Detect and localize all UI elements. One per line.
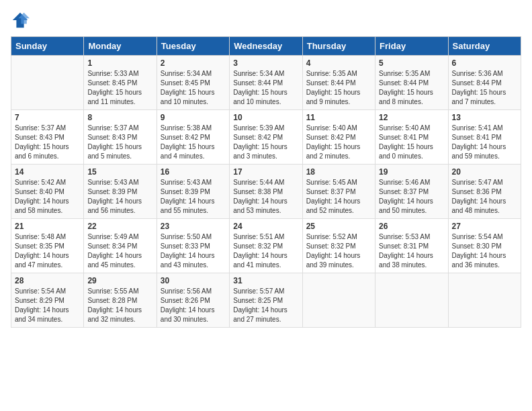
day-info: Sunrise: 5:41 AMSunset: 8:41 PMDaylight:… <box>452 124 517 161</box>
day-number: 30 <box>161 276 226 285</box>
calendar-cell: 31Sunrise: 5:57 AMSunset: 8:25 PMDayligh… <box>230 273 302 328</box>
calendar-cell: 2Sunrise: 5:34 AMSunset: 8:45 PMDaylight… <box>157 56 229 110</box>
calendar-week-row: 1Sunrise: 5:33 AMSunset: 8:45 PMDaylight… <box>11 56 521 110</box>
logo-icon <box>11 11 30 30</box>
day-number: 22 <box>87 222 152 231</box>
calendar-cell: 10Sunrise: 5:39 AMSunset: 8:42 PMDayligh… <box>230 110 302 165</box>
day-number: 5 <box>379 58 444 68</box>
calendar-cell: 18Sunrise: 5:45 AMSunset: 8:37 PMDayligh… <box>302 165 375 219</box>
calendar-cell: 21Sunrise: 5:48 AMSunset: 8:35 PMDayligh… <box>11 219 84 273</box>
weekday-header-row: SundayMondayTuesdayWednesdayThursdayFrid… <box>11 37 521 56</box>
calendar-cell: 15Sunrise: 5:43 AMSunset: 8:39 PMDayligh… <box>84 165 157 219</box>
day-info: Sunrise: 5:43 AMSunset: 8:39 PMDaylight:… <box>87 178 152 216</box>
day-number: 16 <box>161 167 226 177</box>
calendar-week-row: 14Sunrise: 5:42 AMSunset: 8:40 PMDayligh… <box>11 165 521 219</box>
calendar-cell: 9Sunrise: 5:38 AMSunset: 8:42 PMDaylight… <box>157 110 229 165</box>
day-number: 14 <box>15 167 80 177</box>
day-number: 27 <box>452 222 517 231</box>
calendar-cell: 11Sunrise: 5:40 AMSunset: 8:42 PMDayligh… <box>302 110 375 165</box>
calendar-week-row: 21Sunrise: 5:48 AMSunset: 8:35 PMDayligh… <box>11 219 521 273</box>
day-info: Sunrise: 5:39 AMSunset: 8:42 PMDaylight:… <box>233 124 298 161</box>
calendar-cell: 24Sunrise: 5:51 AMSunset: 8:32 PMDayligh… <box>230 219 302 273</box>
day-info: Sunrise: 5:40 AMSunset: 8:42 PMDaylight:… <box>306 124 371 161</box>
day-number: 7 <box>15 113 80 122</box>
day-info: Sunrise: 5:48 AMSunset: 8:35 PMDaylight:… <box>15 232 80 270</box>
calendar-cell: 1Sunrise: 5:33 AMSunset: 8:45 PMDaylight… <box>84 56 157 110</box>
day-info: Sunrise: 5:50 AMSunset: 8:33 PMDaylight:… <box>161 232 226 270</box>
day-number: 20 <box>452 167 517 177</box>
calendar-cell: 7Sunrise: 5:37 AMSunset: 8:43 PMDaylight… <box>11 110 84 165</box>
day-number: 31 <box>233 276 298 285</box>
calendar-cell: 29Sunrise: 5:55 AMSunset: 8:28 PMDayligh… <box>84 273 157 328</box>
weekday-header: Sunday <box>11 37 84 56</box>
day-number: 13 <box>452 113 517 122</box>
day-number: 10 <box>233 113 298 122</box>
calendar-cell: 16Sunrise: 5:43 AMSunset: 8:39 PMDayligh… <box>157 165 229 219</box>
calendar-week-row: 7Sunrise: 5:37 AMSunset: 8:43 PMDaylight… <box>11 110 521 165</box>
day-number: 2 <box>161 58 226 68</box>
day-info: Sunrise: 5:45 AMSunset: 8:37 PMDaylight:… <box>306 178 371 216</box>
day-info: Sunrise: 5:46 AMSunset: 8:37 PMDaylight:… <box>379 178 444 216</box>
calendar-cell: 8Sunrise: 5:37 AMSunset: 8:43 PMDaylight… <box>84 110 157 165</box>
day-number: 25 <box>306 222 371 231</box>
day-number: 8 <box>87 113 152 122</box>
calendar-cell: 3Sunrise: 5:34 AMSunset: 8:44 PMDaylight… <box>230 56 302 110</box>
calendar-cell <box>11 56 84 110</box>
day-info: Sunrise: 5:44 AMSunset: 8:38 PMDaylight:… <box>233 178 298 216</box>
page-header <box>11 11 521 30</box>
calendar-cell: 30Sunrise: 5:56 AMSunset: 8:26 PMDayligh… <box>157 273 229 328</box>
day-number: 26 <box>379 222 444 231</box>
day-info: Sunrise: 5:34 AMSunset: 8:45 PMDaylight:… <box>161 69 226 107</box>
weekday-header: Monday <box>84 37 157 56</box>
day-info: Sunrise: 5:35 AMSunset: 8:44 PMDaylight:… <box>306 69 371 107</box>
calendar-cell: 20Sunrise: 5:47 AMSunset: 8:36 PMDayligh… <box>448 165 521 219</box>
calendar-cell: 12Sunrise: 5:40 AMSunset: 8:41 PMDayligh… <box>375 110 448 165</box>
calendar-cell: 22Sunrise: 5:49 AMSunset: 8:34 PMDayligh… <box>84 219 157 273</box>
day-info: Sunrise: 5:52 AMSunset: 8:32 PMDaylight:… <box>306 232 371 270</box>
day-info: Sunrise: 5:54 AMSunset: 8:30 PMDaylight:… <box>452 232 517 270</box>
day-info: Sunrise: 5:54 AMSunset: 8:29 PMDaylight:… <box>15 287 80 324</box>
calendar-cell <box>302 273 375 328</box>
day-number: 24 <box>233 222 298 231</box>
day-info: Sunrise: 5:47 AMSunset: 8:36 PMDaylight:… <box>452 178 517 216</box>
calendar-cell: 23Sunrise: 5:50 AMSunset: 8:33 PMDayligh… <box>157 219 229 273</box>
day-number: 18 <box>306 167 371 177</box>
calendar-table: SundayMondayTuesdayWednesdayThursdayFrid… <box>11 36 521 328</box>
day-number: 9 <box>161 113 226 122</box>
day-number: 21 <box>15 222 80 231</box>
day-number: 4 <box>306 58 371 68</box>
weekday-header: Tuesday <box>157 37 229 56</box>
day-number: 17 <box>233 167 298 177</box>
day-number: 23 <box>161 222 226 231</box>
day-info: Sunrise: 5:57 AMSunset: 8:25 PMDaylight:… <box>233 287 298 324</box>
day-number: 11 <box>306 113 371 122</box>
day-info: Sunrise: 5:56 AMSunset: 8:26 PMDaylight:… <box>161 287 226 324</box>
logo <box>11 11 32 30</box>
day-info: Sunrise: 5:42 AMSunset: 8:40 PMDaylight:… <box>15 178 80 216</box>
calendar-cell: 5Sunrise: 5:35 AMSunset: 8:44 PMDaylight… <box>375 56 448 110</box>
day-number: 29 <box>87 276 152 285</box>
calendar-cell: 6Sunrise: 5:36 AMSunset: 8:44 PMDaylight… <box>448 56 521 110</box>
calendar-week-row: 28Sunrise: 5:54 AMSunset: 8:29 PMDayligh… <box>11 273 521 328</box>
calendar-cell: 14Sunrise: 5:42 AMSunset: 8:40 PMDayligh… <box>11 165 84 219</box>
day-info: Sunrise: 5:33 AMSunset: 8:45 PMDaylight:… <box>87 69 152 107</box>
weekday-header: Thursday <box>302 37 375 56</box>
day-info: Sunrise: 5:55 AMSunset: 8:28 PMDaylight:… <box>87 287 152 324</box>
calendar-cell: 25Sunrise: 5:52 AMSunset: 8:32 PMDayligh… <box>302 219 375 273</box>
day-info: Sunrise: 5:34 AMSunset: 8:44 PMDaylight:… <box>233 69 298 107</box>
day-number: 3 <box>233 58 298 68</box>
day-info: Sunrise: 5:37 AMSunset: 8:43 PMDaylight:… <box>87 124 152 161</box>
weekday-header: Saturday <box>448 37 521 56</box>
day-number: 19 <box>379 167 444 177</box>
day-number: 12 <box>379 113 444 122</box>
day-number: 28 <box>15 276 80 285</box>
weekday-header: Friday <box>375 37 448 56</box>
calendar-cell <box>448 273 521 328</box>
day-info: Sunrise: 5:35 AMSunset: 8:44 PMDaylight:… <box>379 69 444 107</box>
calendar-cell: 17Sunrise: 5:44 AMSunset: 8:38 PMDayligh… <box>230 165 302 219</box>
calendar-cell: 4Sunrise: 5:35 AMSunset: 8:44 PMDaylight… <box>302 56 375 110</box>
day-info: Sunrise: 5:51 AMSunset: 8:32 PMDaylight:… <box>233 232 298 270</box>
day-info: Sunrise: 5:49 AMSunset: 8:34 PMDaylight:… <box>87 232 152 270</box>
calendar-cell: 28Sunrise: 5:54 AMSunset: 8:29 PMDayligh… <box>11 273 84 328</box>
day-number: 6 <box>452 58 517 68</box>
